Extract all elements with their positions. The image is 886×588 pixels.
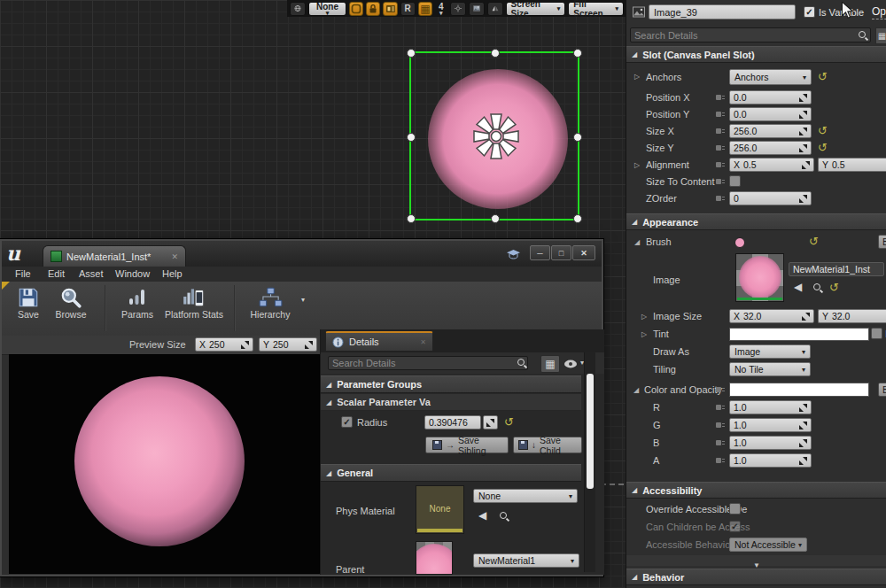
children-accessible-checkbox[interactable]: ✓ bbox=[729, 521, 741, 532]
dilation-button[interactable] bbox=[450, 2, 466, 16]
alignment-y-field[interactable]: Y 0.5 bbox=[818, 158, 886, 172]
details-tab[interactable]: Details ✕ bbox=[325, 331, 433, 351]
flip-preview-button[interactable] bbox=[487, 2, 503, 16]
display-filter-button[interactable]: ▦ bbox=[875, 27, 886, 44]
expander-icon[interactable]: ▷ bbox=[641, 330, 647, 338]
tutorial-cap-icon[interactable] bbox=[507, 250, 520, 259]
section-accessibility[interactable]: ◢ Accessibility bbox=[626, 482, 886, 499]
expander-icon[interactable]: ◢ bbox=[634, 238, 640, 246]
alignment-x-field[interactable]: X 0.5 bbox=[729, 158, 814, 172]
phys-material-dropdown[interactable]: None ▾ bbox=[473, 489, 578, 503]
size-to-content-checkbox[interactable] bbox=[729, 175, 741, 187]
position-y-field[interactable]: 0.0 bbox=[729, 107, 812, 121]
radius-override-checkbox[interactable]: ✓ bbox=[341, 416, 353, 428]
material-preview-viewport[interactable] bbox=[9, 354, 320, 574]
inherit-checkbox[interactable] bbox=[871, 328, 882, 339]
menu-help[interactable]: Help bbox=[162, 268, 183, 279]
a-field[interactable]: 1.0 bbox=[729, 453, 812, 468]
tint-color-swatch[interactable] bbox=[729, 328, 869, 341]
size-x-field[interactable]: 256.0 bbox=[729, 124, 812, 138]
media-toggle[interactable] bbox=[383, 2, 397, 16]
screen-size-dropdown[interactable]: Screen Size ▾ bbox=[506, 2, 566, 16]
preview-background-button[interactable] bbox=[469, 2, 485, 16]
resize-handle[interactable] bbox=[407, 214, 416, 223]
reset-to-default-icon[interactable]: ↺ bbox=[818, 143, 828, 153]
menu-edit[interactable]: Edit bbox=[48, 268, 65, 279]
section-parameter-groups[interactable]: ◢ Parameter Groups bbox=[321, 375, 581, 393]
brush-bind-button[interactable]: B bbox=[878, 235, 886, 249]
localization-globe-button[interactable] bbox=[290, 2, 306, 16]
size-y-field[interactable]: 256.0 bbox=[729, 141, 812, 155]
reset-to-default-icon[interactable]: ↺ bbox=[504, 417, 514, 428]
section-behavior[interactable]: ◢ Behavior bbox=[626, 569, 886, 585]
search-details-input[interactable] bbox=[630, 27, 871, 43]
anchors-dropdown[interactable]: Anchors ▾ bbox=[729, 69, 812, 85]
brush-image-thumbnail[interactable] bbox=[735, 253, 784, 302]
save-child-button[interactable]: ↓ Save Child bbox=[513, 437, 582, 453]
resize-handle[interactable] bbox=[573, 214, 582, 223]
g-field[interactable]: 1.0 bbox=[729, 418, 812, 432]
grid-snap-toggle[interactable]: ▦ bbox=[418, 2, 432, 16]
is-variable-checkbox[interactable]: ✓ bbox=[804, 6, 815, 18]
draw-as-dropdown[interactable]: Image ▾ bbox=[729, 344, 811, 359]
use-selected-icon[interactable]: ◀ bbox=[478, 509, 486, 522]
params-button[interactable]: Params bbox=[115, 286, 159, 320]
radius-value-field[interactable]: 0.390476 bbox=[424, 415, 481, 429]
position-x-field[interactable]: 0.0 bbox=[729, 90, 812, 104]
browse-button[interactable]: Browse bbox=[48, 286, 94, 320]
platform-stats-button[interactable]: Platform Stats bbox=[161, 286, 227, 320]
override-accessible-checkbox[interactable] bbox=[729, 503, 741, 514]
preview-size-y-field[interactable]: Y 250 bbox=[259, 337, 317, 352]
tiling-dropdown[interactable]: No Tile ▾ bbox=[729, 362, 811, 376]
close-tab-icon[interactable]: ✕ bbox=[171, 252, 178, 261]
menu-window[interactable]: Window bbox=[115, 268, 150, 279]
asset-tab[interactable]: NewMaterial1_Inst* ✕ bbox=[43, 245, 186, 267]
phys-material-thumbnail[interactable]: None bbox=[416, 485, 464, 534]
resize-handle[interactable] bbox=[491, 214, 500, 223]
resize-handle[interactable] bbox=[573, 49, 582, 58]
save-sibling-button[interactable]: → Save Sibling bbox=[425, 437, 509, 453]
grid-snap-size-dropdown[interactable]: 4 ▾ bbox=[435, 2, 447, 16]
reset-to-default-icon[interactable]: ↺ bbox=[829, 282, 839, 293]
ops-link[interactable]: Ops bbox=[872, 5, 886, 19]
resize-handle[interactable] bbox=[407, 133, 416, 142]
section-general[interactable]: ◢ General bbox=[321, 464, 581, 482]
expander-icon[interactable]: ▷ bbox=[634, 73, 640, 81]
respect-locks-toggle[interactable]: R bbox=[400, 2, 416, 16]
close-window-button[interactable]: ✕ bbox=[572, 245, 595, 260]
maximize-button[interactable]: □ bbox=[551, 245, 571, 260]
image-size-x-field[interactable]: X 32.0 bbox=[729, 309, 814, 323]
reset-to-default-icon[interactable]: ↺ bbox=[818, 126, 828, 136]
zorder-field[interactable]: 0 bbox=[729, 191, 812, 205]
display-filter-button[interactable]: ▦ bbox=[540, 355, 560, 373]
use-selected-icon[interactable]: ◀ bbox=[794, 281, 802, 293]
reset-to-default-icon[interactable]: ↺ bbox=[818, 72, 828, 82]
window-titlebar[interactable]: u NewMaterial1_Inst* ✕ ─ □ ✕ bbox=[2, 241, 602, 267]
menu-asset[interactable]: Asset bbox=[79, 268, 104, 279]
widget-name-input[interactable] bbox=[649, 4, 796, 19]
minimize-button[interactable]: ─ bbox=[530, 245, 550, 260]
color-bind-button[interactable]: B bbox=[878, 383, 886, 397]
save-button[interactable]: Save bbox=[9, 286, 48, 320]
expander-icon[interactable]: ◢ bbox=[633, 386, 639, 394]
color-opacity-swatch[interactable] bbox=[729, 383, 869, 397]
chevron-down-icon[interactable]: ▾ bbox=[301, 296, 305, 304]
accessible-behavior-dropdown[interactable]: Not Accessible ▾ bbox=[729, 538, 807, 552]
resize-handle[interactable] bbox=[491, 49, 500, 58]
radius-spin-button[interactable] bbox=[483, 415, 498, 429]
parent-dropdown[interactable]: NewMaterial1 ▾ bbox=[473, 553, 579, 568]
b-field[interactable]: 1.0 bbox=[729, 436, 812, 450]
section-appearance[interactable]: ◢ Appearance bbox=[626, 213, 886, 230]
expander-icon[interactable]: ▷ bbox=[641, 313, 647, 321]
fill-screen-dropdown[interactable]: Fill Screen ▾ bbox=[568, 2, 624, 16]
scrollbar-thumb[interactable] bbox=[587, 374, 594, 489]
hierarchy-button[interactable]: Hierarchy bbox=[243, 286, 298, 320]
expander-icon[interactable]: ▷ bbox=[634, 161, 640, 169]
category-expand-bar[interactable]: ▼ bbox=[626, 555, 886, 566]
section-scalar-parameter-values[interactable]: ◢ Scalar Parameter Va bbox=[321, 394, 581, 411]
resize-handle[interactable] bbox=[407, 49, 416, 58]
preview-size-x-field[interactable]: X 250 bbox=[195, 337, 253, 352]
lock-toggle[interactable] bbox=[366, 2, 380, 16]
image-asset-combo[interactable]: NewMaterial1_Inst bbox=[789, 262, 884, 276]
reset-to-default-icon[interactable]: ↺ bbox=[809, 236, 819, 247]
